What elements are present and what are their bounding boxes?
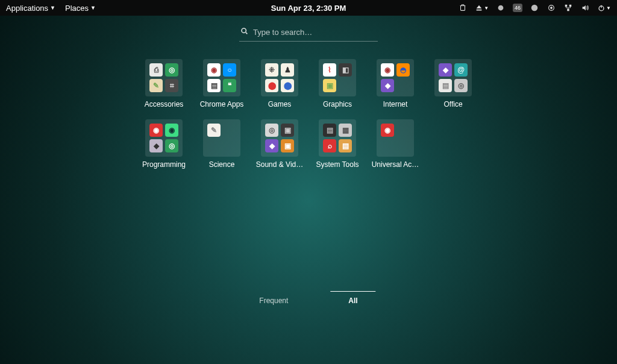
doc2-icon: ✎ (207, 124, 221, 137)
blank-icon (396, 124, 410, 137)
app-folder-label: Universal Ac… (370, 160, 421, 169)
chrome-icon: ◉ (207, 63, 221, 77)
orange-icon: ▣ (281, 139, 294, 152)
network-icon[interactable] (563, 3, 573, 13)
svg-point-9 (242, 28, 246, 33)
tab-frequent[interactable]: Frequent (241, 292, 306, 310)
view-tabs: Frequent All (241, 291, 375, 310)
folder-icon: ◉ (377, 119, 414, 157)
docs-icon: ▤ (207, 79, 221, 92)
battery-badge[interactable]: 46 (513, 4, 522, 12)
chevron-down-icon: ▼ (50, 5, 55, 11)
chevron-down-icon: ▼ (90, 5, 96, 11)
chrome2-icon: ◉ (381, 63, 394, 77)
top-panel: Applications ▼ Places ▼ Sun Apr 23, 2:30… (0, 0, 617, 16)
app-folder-internet[interactable]: ◉◓◆ Internet (370, 59, 421, 108)
app-folder-label: Chrome Apps (196, 100, 247, 108)
app-folder-office[interactable]: ◆@▤◎Office (428, 59, 478, 108)
printer-icon: ⎙ (149, 63, 163, 77)
app-folder-label: Accessories (139, 100, 189, 108)
dark-icon: ▤ (323, 124, 336, 137)
blank-icon (223, 139, 236, 152)
search-input[interactable] (253, 28, 377, 37)
firefox-icon: ◓ (396, 63, 410, 77)
box-icon: ▦ (339, 124, 352, 137)
application-grid: ⎙◎✎⌗Accessories◉○▤❝Chrome Apps⁜♟⬤⬤Games⌇… (139, 59, 478, 169)
svg-rect-0 (461, 6, 465, 11)
camera2-icon: ◧ (339, 63, 352, 77)
trash-icon[interactable] (458, 3, 468, 13)
updater-icon[interactable] (547, 3, 556, 13)
red2-icon: ⌕ (323, 139, 336, 152)
app-folder-programming[interactable]: ◉◉◆◎Programming (139, 119, 189, 169)
svg-rect-5 (565, 5, 568, 7)
purple3-icon: ◆ (265, 139, 278, 152)
folder-icon: ⎙◎✎⌗ (145, 59, 183, 96)
folder-icon: ▤▦⌕▤ (319, 119, 356, 157)
app-folder-system-tools[interactable]: ▤▦⌕▤System Tools (312, 119, 363, 169)
weather-icon[interactable] (496, 3, 506, 13)
folder-icon: ◎▣◆▣ (261, 119, 298, 157)
clock[interactable]: Sun Apr 23, 2:30 PM (271, 4, 346, 13)
svg-rect-6 (569, 5, 572, 7)
applications-label: Applications (6, 4, 48, 13)
disk-icon: ◎ (454, 79, 468, 92)
svg-rect-7 (567, 9, 569, 11)
ball2-icon: ⬤ (281, 79, 294, 92)
hangouts-icon: ❝ (223, 79, 236, 92)
green2-icon: ◎ (165, 139, 178, 152)
app-folder-label: Office (428, 100, 478, 108)
blank-icon (207, 139, 221, 152)
top-panel-left: Applications ▼ Places ▼ (6, 4, 96, 13)
at-icon: @ (454, 63, 468, 77)
folder-icon: ✎ (203, 119, 240, 157)
folder-icon: ▤ (339, 139, 352, 152)
app-folder-label: System Tools (312, 160, 363, 169)
cam-icon: ▣ (281, 124, 294, 137)
user-icon[interactable] (530, 3, 539, 13)
ball-icon: ⬤ (265, 79, 278, 92)
image-icon: ▣ (323, 79, 336, 92)
disc-icon: ◎ (265, 124, 278, 137)
app-folder-sound-vid[interactable]: ◎▣◆▣Sound & Vid… (254, 119, 305, 169)
app-folder-label: Graphics (312, 100, 363, 108)
applications-menu[interactable]: Applications ▼ (6, 4, 55, 13)
svg-point-4 (551, 7, 553, 9)
app-folder-graphics[interactable]: ⌇◧▣ Graphics (312, 59, 363, 108)
blank-icon (223, 124, 236, 137)
app-folder-games[interactable]: ⁜♟⬤⬤Games (254, 59, 305, 108)
svg-point-2 (531, 5, 538, 11)
app-folder-label: Internet (370, 100, 421, 108)
volume-icon[interactable] (580, 3, 590, 13)
green-round-icon: ◎ (165, 63, 178, 77)
folder-icon: ⌇◧▣ (319, 59, 356, 96)
eject-icon[interactable]: ▼ (475, 3, 489, 13)
red3-icon: ◉ (381, 124, 394, 137)
folder-icon: ◉◉◆◎ (145, 119, 183, 157)
search-bar[interactable] (239, 24, 378, 42)
doc-icon: ▤ (439, 79, 452, 92)
blank-icon (396, 139, 410, 152)
tab-all[interactable]: All (330, 291, 375, 310)
search-icon (240, 27, 248, 37)
app-folder-label: Sound & Vid… (254, 160, 305, 169)
app-folder-label: Games (254, 100, 305, 108)
top-panel-right: ▼ 46 ▼ (458, 3, 611, 13)
app-folder-accessories[interactable]: ⎙◎✎⌗Accessories (139, 59, 189, 108)
purple-icon: ◆ (381, 79, 394, 92)
red-icon: ◉ (149, 124, 163, 137)
svg-point-1 (498, 5, 504, 11)
pdf-icon: ⌇ (323, 63, 336, 77)
app-folder-science[interactable]: ✎ Science (196, 119, 247, 169)
app-folder-chrome-apps[interactable]: ◉○▤❝Chrome Apps (196, 59, 247, 108)
unity-icon: ◆ (149, 139, 163, 152)
folder-icon: ◉◓◆ (377, 59, 414, 96)
places-menu[interactable]: Places ▼ (65, 4, 96, 13)
blank-icon (396, 79, 410, 92)
purple2-icon: ◆ (439, 63, 452, 77)
calculator-icon: ⌗ (165, 79, 178, 92)
folder-icon: ◉○▤❝ (203, 59, 240, 96)
power-icon[interactable]: ▼ (597, 3, 611, 13)
notes-icon: ✎ (149, 79, 163, 92)
app-folder-universal-ac[interactable]: ◉ Universal Ac… (370, 119, 421, 169)
